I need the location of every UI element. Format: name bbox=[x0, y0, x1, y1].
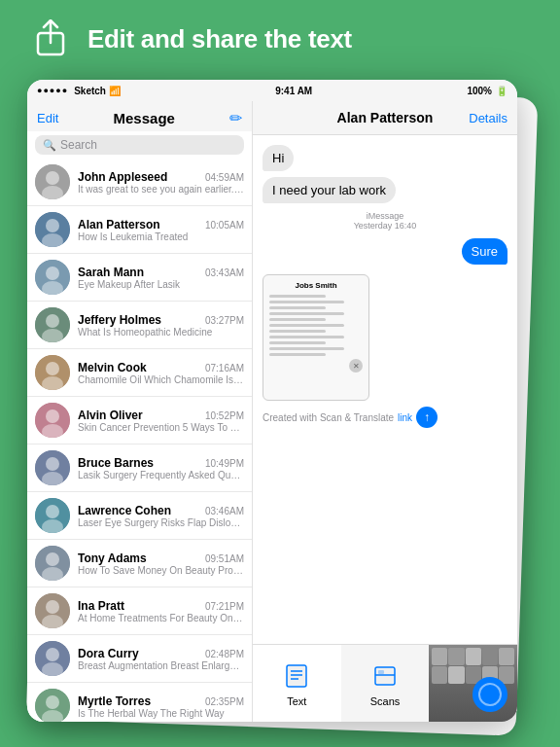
contact-info: Alvin Oliver 10:52PM Skin Cancer Prevent… bbox=[78, 409, 244, 433]
contact-time: 07:21PM bbox=[205, 601, 244, 612]
send-button[interactable]: ↑ bbox=[416, 407, 438, 428]
contact-time: 07:16AM bbox=[205, 363, 244, 374]
camera-panel bbox=[429, 645, 517, 722]
svg-rect-47 bbox=[378, 670, 384, 674]
contact-info: Bruce Barnes 10:49PM Lasik Surgery Frequ… bbox=[78, 456, 244, 480]
contact-item[interactable]: Sarah Mann 03:43AM Eye Makeup After Lasi… bbox=[27, 254, 252, 302]
contact-info: Ina Pratt 07:21PM At Home Treatments For… bbox=[78, 599, 244, 623]
scans-tab-label: Scans bbox=[370, 695, 401, 707]
tab-text[interactable]: Text bbox=[253, 645, 341, 722]
doc-title: Jobs Smith bbox=[269, 281, 363, 290]
messages-title: Message bbox=[114, 110, 175, 126]
contact-message: How Is Leukemia Treated bbox=[78, 231, 244, 242]
doc-line bbox=[269, 347, 344, 350]
status-left: ●●●●● Sketch 📶 bbox=[37, 86, 121, 96]
doc-line bbox=[269, 353, 326, 356]
created-row: Created with Scan & Translate link ↑ bbox=[262, 407, 508, 428]
contact-name: John Appleseed bbox=[78, 170, 167, 184]
message-bubble-hi: Hi bbox=[262, 145, 294, 171]
message-bubble-lab: I need your lab work bbox=[262, 177, 396, 203]
bottom-bar: Text Scans bbox=[253, 644, 517, 722]
contact-item[interactable]: Tony Adams 09:51AM How To Save Money On … bbox=[27, 540, 252, 587]
details-button[interactable]: Details bbox=[469, 111, 508, 125]
compose-icon[interactable]: ✏ bbox=[229, 109, 242, 127]
contact-message: Laser Eye Surgery Risks Flap Dislocation… bbox=[78, 517, 244, 528]
svg-point-9 bbox=[46, 267, 59, 280]
page-title: Edit and share the text bbox=[88, 24, 352, 54]
contact-item[interactable]: Alvin Oliver 10:52PM Skin Cancer Prevent… bbox=[27, 397, 252, 445]
search-icon: 🔍 bbox=[43, 139, 56, 152]
svg-point-12 bbox=[46, 314, 59, 328]
contact-message: At Home Treatments For Beauty On A Budge… bbox=[78, 613, 244, 623]
share-icon bbox=[29, 18, 72, 60]
imessage-label: iMessage Yesterday 16:40 bbox=[262, 211, 508, 231]
contact-item[interactable]: Lawrence Cohen 03:46AM Laser Eye Surgery… bbox=[27, 492, 252, 540]
contact-time: 10:05AM bbox=[205, 220, 244, 231]
contact-name: Alan Patterson bbox=[78, 218, 160, 231]
contact-item[interactable]: Alan Patterson 10:05AM How Is Leukemia T… bbox=[27, 206, 252, 254]
contact-item[interactable]: Jeffery Holmes 03:27PM What Is Homeopath… bbox=[27, 302, 252, 349]
avatar bbox=[35, 355, 70, 390]
edit-button[interactable]: Edit bbox=[37, 111, 58, 125]
contact-message: What Is Homeopathic Medicine bbox=[78, 327, 244, 338]
contact-message: Skin Cancer Prevention 5 Ways To Protect… bbox=[78, 422, 244, 433]
contact-info: Alan Patterson 10:05AM How Is Leukemia T… bbox=[78, 218, 244, 242]
avatar bbox=[35, 450, 70, 485]
contact-info: Melvin Cook 07:16AM Chamomile Oil Which … bbox=[78, 361, 244, 385]
contact-item[interactable]: Dora Curry 02:48PM Breast Augmentation B… bbox=[27, 635, 252, 683]
keyboard-preview bbox=[429, 645, 517, 687]
search-bar[interactable]: 🔍 Search bbox=[35, 135, 244, 155]
contact-info: Jeffery Holmes 03:27PM What Is Homeopath… bbox=[78, 313, 244, 338]
contact-time: 03:27PM bbox=[205, 315, 244, 326]
contact-item[interactable]: Melvin Cook 07:16AM Chamomile Oil Which … bbox=[27, 349, 252, 397]
contact-info: Myrtle Torres 02:35PM Is The Herbal Way … bbox=[78, 694, 244, 719]
contact-info: Lawrence Cohen 03:46AM Laser Eye Surgery… bbox=[78, 504, 244, 528]
capture-button[interactable] bbox=[472, 677, 508, 712]
svg-rect-41 bbox=[287, 665, 306, 687]
avatar bbox=[35, 641, 70, 676]
avatar bbox=[35, 593, 70, 628]
avatar bbox=[35, 164, 70, 199]
document-preview: Jobs Smith ✕ bbox=[262, 274, 369, 401]
top-header: Edit and share the text bbox=[0, 0, 560, 74]
messages-list-panel: Edit Message ✏ 🔍 Search John Appleseed 0… bbox=[27, 101, 253, 722]
svg-point-27 bbox=[46, 552, 59, 566]
doc-line bbox=[269, 341, 326, 344]
contact-info: Tony Adams 09:51AM How To Save Money On … bbox=[78, 551, 244, 576]
contact-item[interactable]: Bruce Barnes 10:49PM Lasik Surgery Frequ… bbox=[27, 445, 252, 492]
contact-item[interactable]: Myrtle Torres 02:35PM Is The Herbal Way … bbox=[27, 683, 252, 722]
contact-time: 02:35PM bbox=[205, 696, 244, 707]
contact-message: Eye Makeup After Lasik bbox=[78, 279, 244, 290]
contact-time: 09:51AM bbox=[205, 553, 244, 564]
phone-container: ●●●●● Sketch 📶 9:41 AM 100% 🔋 Edit Messa… bbox=[27, 80, 533, 741]
close-icon: ✕ bbox=[349, 359, 363, 373]
avatar bbox=[35, 498, 70, 533]
status-bar: ●●●●● Sketch 📶 9:41 AM 100% 🔋 bbox=[27, 80, 517, 101]
contact-item[interactable]: John Appleseed 04:59AM It was great to s… bbox=[27, 159, 252, 206]
contact-name: Tony Adams bbox=[78, 551, 147, 565]
search-placeholder: Search bbox=[60, 138, 97, 152]
doc-line bbox=[269, 336, 344, 338]
svg-point-3 bbox=[46, 171, 59, 185]
contact-item[interactable]: Ina Pratt 07:21PM At Home Treatments For… bbox=[27, 587, 252, 635]
contact-name: Bruce Barnes bbox=[78, 456, 154, 470]
messages-header: Edit Message ✏ bbox=[27, 101, 252, 131]
contact-message: Is The Herbal Way The Right Way bbox=[78, 708, 244, 719]
svg-rect-45 bbox=[375, 667, 395, 685]
doc-line bbox=[269, 312, 344, 315]
contact-name: Ina Pratt bbox=[78, 599, 124, 613]
doc-line bbox=[269, 295, 326, 298]
contact-message: It was great to see you again earlier. L… bbox=[78, 184, 244, 195]
conversation-contact-name: Alan Patterson bbox=[337, 110, 434, 125]
avatar bbox=[35, 403, 70, 438]
text-tab-label: Text bbox=[287, 695, 306, 707]
battery-percent: 100% bbox=[467, 86, 492, 96]
tab-scans[interactable]: Scans bbox=[341, 645, 430, 722]
created-link[interactable]: link bbox=[398, 412, 412, 423]
contact-message: Chamomile Oil Which Chamomile Is Which bbox=[78, 374, 244, 385]
contact-message: Lasik Surgery Frequently Asked Questions bbox=[78, 470, 244, 480]
contact-name: Myrtle Torres bbox=[78, 694, 151, 708]
status-right: 100% 🔋 bbox=[467, 86, 508, 96]
svg-point-21 bbox=[46, 457, 59, 471]
status-app-name: Sketch bbox=[74, 86, 106, 96]
